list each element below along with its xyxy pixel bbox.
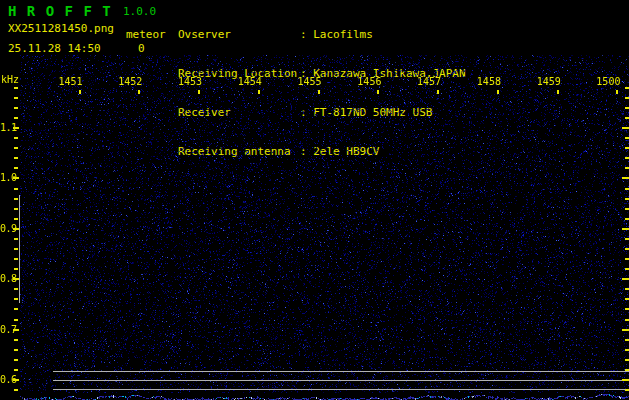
noise-level-strip-canvas (20, 393, 629, 400)
freq-major-tick-right (622, 127, 629, 129)
time-axis-label: 1453 (175, 76, 205, 87)
freq-minor-tick-left (14, 157, 18, 159)
freq-major-tick-right (622, 278, 629, 280)
time-axis-tick (198, 90, 200, 94)
freq-minor-tick-right (625, 359, 629, 361)
freq-minor-tick-left (14, 339, 18, 341)
freq-minor-tick-left (14, 97, 18, 99)
time-axis-tick (497, 90, 499, 94)
y-axis-unit-label: kHz (1, 74, 19, 85)
date-time: 25.11.28 14:50 (8, 42, 101, 55)
freq-minor-tick-left (14, 389, 18, 391)
freq-minor-tick-right (625, 157, 629, 159)
time-axis-label: 1456 (354, 76, 384, 87)
freq-minor-tick-left (14, 117, 18, 119)
freq-minor-tick-left (14, 268, 18, 270)
freq-major-tick-right (622, 177, 629, 179)
freq-minor-tick-right (625, 208, 629, 210)
mode-label: meteor (126, 28, 166, 41)
freq-minor-tick-left (14, 298, 18, 300)
time-axis-label: 1454 (235, 76, 265, 87)
freq-minor-tick-right (625, 349, 629, 351)
freq-minor-tick-right (625, 218, 629, 220)
freq-minor-tick-right (625, 167, 629, 169)
time-axis-label: 1452 (115, 76, 145, 87)
freq-minor-tick-right (625, 198, 629, 200)
time-axis-label: 1458 (474, 76, 504, 87)
freq-major-tick-left (13, 329, 19, 331)
freq-major-tick-left (13, 379, 19, 381)
freq-minor-tick-left (14, 248, 18, 250)
freq-minor-tick-right (625, 137, 629, 139)
info-separator: : (300, 28, 313, 41)
time-axis-label: 1455 (295, 76, 325, 87)
freq-minor-tick-left (14, 308, 18, 310)
freq-minor-tick-left (14, 238, 18, 240)
freq-major-tick-right (622, 379, 629, 381)
time-axis-label: 1457 (414, 76, 444, 87)
marker-line-lower (53, 389, 629, 390)
time-axis-tick (557, 90, 559, 94)
app-title: H R O F F T (8, 3, 112, 19)
app-version: 1.0.0 (123, 5, 156, 18)
freq-minor-tick-right (625, 117, 629, 119)
freq-minor-tick-right (625, 97, 629, 99)
time-axis-tick (377, 90, 379, 94)
info-value: Lacofilms (313, 28, 373, 41)
freq-minor-tick-right (625, 389, 629, 391)
time-axis-tick (79, 90, 81, 94)
hrofft-screen: H R O F F T 1.0.0 XX2511281450.png meteo… (0, 0, 629, 400)
freq-minor-tick-right (625, 248, 629, 250)
marker-line-center (53, 380, 629, 381)
freq-minor-tick-right (625, 258, 629, 260)
freq-major-tick-left (13, 177, 19, 179)
time-axis-tick (437, 90, 439, 94)
freq-minor-tick-right (625, 298, 629, 300)
time-axis-tick (258, 90, 260, 94)
freq-major-tick-left (13, 127, 19, 129)
freq-minor-tick-right (625, 107, 629, 109)
freq-minor-tick-left (14, 107, 18, 109)
freq-major-tick-right (622, 329, 629, 331)
freq-minor-tick-right (625, 288, 629, 290)
freq-minor-tick-left (14, 147, 18, 149)
freq-minor-tick-left (14, 208, 18, 210)
freq-minor-tick-left (14, 198, 18, 200)
meteor-count: 0 (138, 42, 145, 55)
freq-minor-tick-right (625, 319, 629, 321)
time-axis-label: 1500 (593, 76, 623, 87)
info-row-observer: Ovserver: Lacofilms (178, 28, 466, 41)
freq-major-tick-right (622, 228, 629, 230)
freq-minor-tick-right (625, 308, 629, 310)
freq-minor-tick-left (14, 188, 18, 190)
freq-minor-tick-right (625, 188, 629, 190)
freq-major-tick-left (13, 228, 19, 230)
freq-minor-tick-left (14, 349, 18, 351)
freq-minor-tick-left (14, 319, 18, 321)
spectrogram-canvas (20, 55, 629, 393)
freq-minor-tick-left (14, 288, 18, 290)
freq-minor-tick-right (625, 369, 629, 371)
output-filename: XX2511281450.png (8, 22, 114, 35)
marker-line-upper (53, 371, 629, 372)
freq-minor-tick-right (625, 87, 629, 89)
left-range-marker-bar (19, 195, 20, 303)
time-axis-tick (318, 90, 320, 94)
freq-minor-tick-left (14, 137, 18, 139)
freq-minor-tick-left (14, 369, 18, 371)
time-axis-tick (616, 90, 618, 94)
info-label: Ovserver (178, 28, 300, 41)
freq-minor-tick-left (14, 87, 18, 89)
freq-minor-tick-right (625, 147, 629, 149)
time-axis-tick (138, 90, 140, 94)
freq-minor-tick-left (14, 218, 18, 220)
freq-minor-tick-left (14, 167, 18, 169)
freq-major-tick-left (13, 278, 19, 280)
freq-minor-tick-left (14, 258, 18, 260)
freq-minor-tick-left (14, 359, 18, 361)
time-axis-label: 1451 (56, 76, 86, 87)
time-axis-label: 1459 (534, 76, 564, 87)
freq-minor-tick-right (625, 268, 629, 270)
freq-minor-tick-right (625, 339, 629, 341)
freq-minor-tick-right (625, 238, 629, 240)
